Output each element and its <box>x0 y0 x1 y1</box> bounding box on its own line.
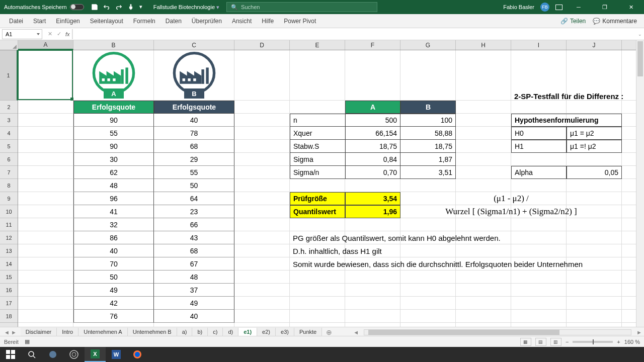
row-header[interactable]: 11 <box>0 218 18 231</box>
column-header[interactable]: H <box>456 40 511 50</box>
row-header[interactable]: 8 <box>0 179 18 192</box>
macro-record-icon[interactable]: ▦ <box>25 338 30 345</box>
view-normal-icon[interactable]: ▦ <box>520 338 531 346</box>
stats-value[interactable]: 58,88 <box>400 127 456 140</box>
data-cell[interactable]: 67 <box>154 257 234 270</box>
alpha-value[interactable]: 0,05 <box>567 166 622 179</box>
column-headers[interactable]: ABCDEFGHIJ <box>18 40 636 50</box>
ribbon-tab[interactable]: Daten <box>160 14 187 28</box>
formula-input[interactable] <box>72 29 636 39</box>
sheet-tab[interactable]: d) <box>223 328 238 337</box>
table-header[interactable]: Erfolgsquote <box>154 101 234 114</box>
sheet-tab[interactable]: c) <box>208 328 223 337</box>
sheet-tab[interactable]: Punkte <box>294 328 322 337</box>
row-header[interactable]: 9 <box>0 192 18 205</box>
data-cell[interactable]: 55 <box>73 127 154 140</box>
sheet-tab[interactable]: b) <box>192 328 208 337</box>
data-cell[interactable]: 55 <box>154 166 234 179</box>
ribbon-tab[interactable]: Seitenlayout <box>85 14 128 28</box>
column-header[interactable]: A <box>18 40 73 50</box>
name-box[interactable]: A1 <box>2 29 42 39</box>
stats-value[interactable]: 1,87 <box>400 153 456 166</box>
sheet-tab[interactable]: e2) <box>257 328 276 337</box>
test-label[interactable]: Quantilswert <box>290 205 345 218</box>
sheet-tab[interactable]: e3) <box>276 328 294 337</box>
data-cell[interactable]: 86 <box>73 231 154 244</box>
data-cell[interactable]: 64 <box>154 192 234 205</box>
sheet-tab[interactable]: e1) <box>238 328 257 337</box>
zoom-in-icon[interactable]: + <box>617 339 620 345</box>
column-header[interactable]: G <box>400 40 456 50</box>
stats-value[interactable]: 66,154 <box>345 127 400 140</box>
data-cell[interactable]: 50 <box>73 270 154 284</box>
expand-formula-bar-icon[interactable]: ⌄ <box>636 32 644 37</box>
row-header[interactable]: 7 <box>0 166 18 179</box>
sheet-tab[interactable]: a) <box>177 328 193 337</box>
cancel-formula-icon[interactable]: ✕ <box>45 30 54 39</box>
task-word[interactable]: W <box>106 347 127 362</box>
data-cell[interactable]: 32 <box>73 218 154 231</box>
formula-text[interactable]: Wurzel [ (Sigma1/n1) + (Sigma2/n2) ] <box>400 205 622 218</box>
stats-label[interactable]: n <box>290 114 345 127</box>
data-cell[interactable]: 68 <box>154 244 234 257</box>
task-obs[interactable] <box>63 347 85 362</box>
data-cell[interactable]: 68 <box>154 140 234 153</box>
data-cell[interactable]: 40 <box>154 310 234 323</box>
save-icon[interactable] <box>91 4 98 11</box>
data-cell[interactable]: 90 <box>73 114 154 127</box>
data-cell[interactable]: 66 <box>154 218 234 231</box>
data-cell[interactable]: 49 <box>73 284 154 297</box>
task-app-1[interactable] <box>42 347 63 362</box>
row-header[interactable]: 13 <box>0 244 18 257</box>
sheet-tab[interactable]: Disclaimer <box>21 328 57 337</box>
conclusion-text[interactable]: D.h. inhaltlich, dass H1 gilt <box>290 244 385 257</box>
add-sheet-button[interactable]: ⊕ <box>322 328 336 336</box>
view-pagelayout-icon[interactable]: ▤ <box>535 338 546 346</box>
user-avatar[interactable]: FB <box>540 3 549 12</box>
row-header[interactable]: 17 <box>0 297 18 310</box>
redo-icon[interactable] <box>115 4 122 11</box>
data-cell[interactable]: 48 <box>154 270 234 284</box>
data-cell[interactable]: 29 <box>154 153 234 166</box>
data-cell[interactable]: 90 <box>73 140 154 153</box>
column-header[interactable]: C <box>154 40 234 50</box>
start-button[interactable] <box>0 347 21 362</box>
row-header[interactable]: 6 <box>0 153 18 166</box>
formula-text[interactable]: (μ1 - μ2) / <box>400 192 622 205</box>
search-task-icon[interactable] <box>21 347 42 362</box>
zoom-out-icon[interactable]: − <box>566 339 569 345</box>
data-cell[interactable]: 62 <box>73 166 154 179</box>
data-cell[interactable]: 30 <box>73 153 154 166</box>
maximize-button[interactable]: ❐ <box>595 0 615 14</box>
task-excel[interactable]: X <box>85 347 106 362</box>
share-button[interactable]: 🔗 Teilen <box>560 18 586 25</box>
sheet-nav[interactable]: ◄ ► <box>0 329 21 335</box>
row-header[interactable]: 2 <box>0 101 18 114</box>
data-cell[interactable]: 50 <box>154 179 234 192</box>
stats-label[interactable]: Sigma <box>290 153 345 166</box>
column-header[interactable]: F <box>345 40 400 50</box>
hyp-value[interactable]: μ1 = μ2 <box>567 127 622 140</box>
stats-label[interactable]: Stabw.S <box>290 140 345 153</box>
data-cell[interactable]: 76 <box>73 310 154 323</box>
stats-value[interactable]: 0,84 <box>345 153 400 166</box>
table-header[interactable]: Erfolgsquote <box>73 101 154 114</box>
comments-button[interactable]: 💬 Kommentare <box>593 18 637 25</box>
sheet-tab[interactable]: Unternehmen A <box>78 328 127 337</box>
cells-area[interactable]: ErfolgsquoteErfolgsquote9040557890683029… <box>18 50 636 327</box>
column-header[interactable]: I <box>511 40 567 50</box>
row-header[interactable]: 16 <box>0 284 18 297</box>
horizontal-scrollbar[interactable] <box>364 329 631 335</box>
ribbon-tab[interactable]: Ansicht <box>227 14 257 28</box>
row-header[interactable]: 5 <box>0 140 18 153</box>
row-header[interactable]: 3 <box>0 114 18 127</box>
column-header[interactable]: E <box>290 40 345 50</box>
sheet-tab[interactable]: Unternehmen B <box>128 328 177 337</box>
row-header[interactable]: 15 <box>0 270 18 284</box>
data-cell[interactable]: 40 <box>154 114 234 127</box>
hyp-title[interactable]: Hypothesenformulierung <box>511 114 622 127</box>
stats-label[interactable]: Sigma/n <box>290 166 345 179</box>
ribbon-tab[interactable]: Hilfe <box>257 14 279 28</box>
spreadsheet-grid[interactable]: ABCDEFGHIJ 123456789101112131415161718 E… <box>0 40 644 327</box>
conclusion-text[interactable]: Somit wurde bewiesen, dass sich die durc… <box>290 257 586 270</box>
